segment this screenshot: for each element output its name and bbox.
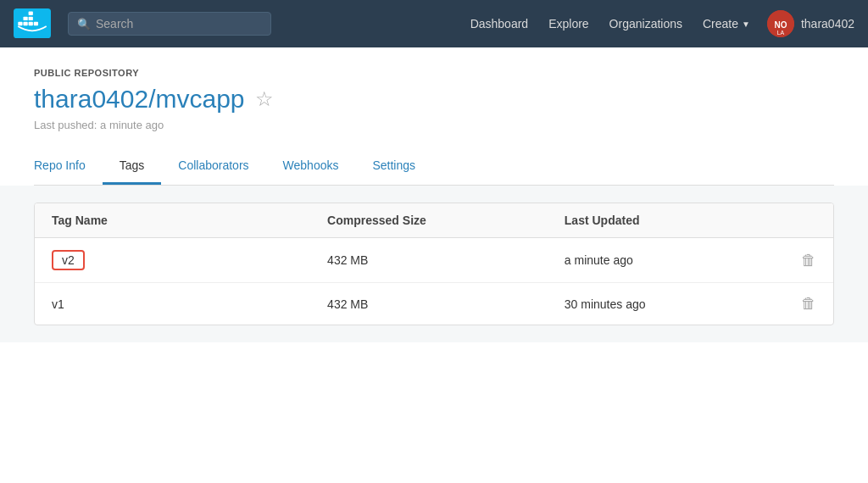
user-menu[interactable]: NO LA thara0402 [767,10,854,37]
svg-rect-6 [29,17,33,20]
last-pushed: Last pushed: a minute ago [34,119,834,131]
repo-visibility-label: PUBLIC REPOSITORY [34,68,834,78]
repo-full-name-link[interactable]: thara0402/mvcapp [34,85,245,114]
svg-rect-7 [29,12,33,15]
docker-logo[interactable] [14,8,51,39]
avatar: NO LA [767,10,794,37]
nav-explore[interactable]: Explore [548,17,588,31]
col-header-compressed-size: Compressed Size [310,203,548,238]
main-content: PUBLIC REPOSITORY thara0402/mvcapp ☆ Las… [0,47,868,186]
delete-cell-v2: 🗑 [784,238,833,283]
username: thara0402 [801,17,854,31]
col-header-tag-name: Tag Name [35,203,310,238]
search-input[interactable] [96,17,262,31]
tab-webhooks[interactable]: Webhooks [266,148,356,185]
tab-tags[interactable]: Tags [103,148,162,185]
updated-cell-v2: a minute ago [548,238,784,283]
repo-owner: thara0402 [34,85,148,113]
delete-cell-v1: 🗑 [784,283,833,325]
repo-title-row: thara0402/mvcapp ☆ [34,85,834,114]
svg-rect-2 [23,22,27,25]
col-header-last-updated: Last Updated [548,203,784,238]
tabs-bar: Repo Info Tags Collaborators Webhooks Se… [34,148,834,186]
search-icon: 🔍 [77,18,91,31]
tab-repo-info[interactable]: Repo Info [34,148,103,185]
tag-name-cell-v1: v1 [35,283,310,325]
nav-dashboard[interactable]: Dashboard [470,17,529,31]
nav-organizations[interactable]: Organizations [609,17,682,31]
svg-rect-4 [34,22,38,25]
size-cell-v1: 432 MB [310,283,548,325]
table-header-row: Tag Name Compressed Size Last Updated [35,203,833,238]
tag-name-cell-v2: v2 [35,238,310,283]
table-row: v2 432 MB a minute ago 🗑 [35,238,833,283]
svg-text:NO: NO [774,20,787,30]
tags-table-container: Tag Name Compressed Size Last Updated v2… [34,203,834,325]
last-pushed-label: Last pushed: [34,119,97,131]
chevron-down-icon: ▼ [742,19,750,29]
delete-icon[interactable]: 🗑 [801,252,816,269]
svg-text:LA: LA [777,30,785,36]
nav-links: Dashboard Explore Organizations Create ▼ [470,17,750,31]
last-pushed-value: a minute ago [100,119,164,131]
table-row: v1 432 MB 30 minutes ago 🗑 [35,283,833,325]
star-icon[interactable]: ☆ [255,87,274,111]
tags-table: Tag Name Compressed Size Last Updated v2… [35,203,833,325]
search-box[interactable]: 🔍 [68,12,271,36]
navbar: 🔍 Dashboard Explore Organizations Create… [0,0,868,47]
tag-name-highlighted: v2 [52,250,85,270]
col-header-action [784,203,833,238]
svg-rect-5 [23,17,27,20]
svg-rect-1 [18,22,22,25]
tags-section: Tag Name Compressed Size Last Updated v2… [0,186,868,342]
updated-cell-v1: 30 minutes ago [548,283,784,325]
create-label: Create [703,17,738,31]
delete-icon[interactable]: 🗑 [801,295,816,312]
svg-rect-3 [29,22,33,25]
size-cell-v2: 432 MB [310,238,548,283]
repo-name: mvcapp [155,85,244,113]
tab-collaborators[interactable]: Collaborators [161,148,265,185]
nav-create[interactable]: Create ▼ [703,17,750,31]
tab-settings[interactable]: Settings [355,148,432,185]
